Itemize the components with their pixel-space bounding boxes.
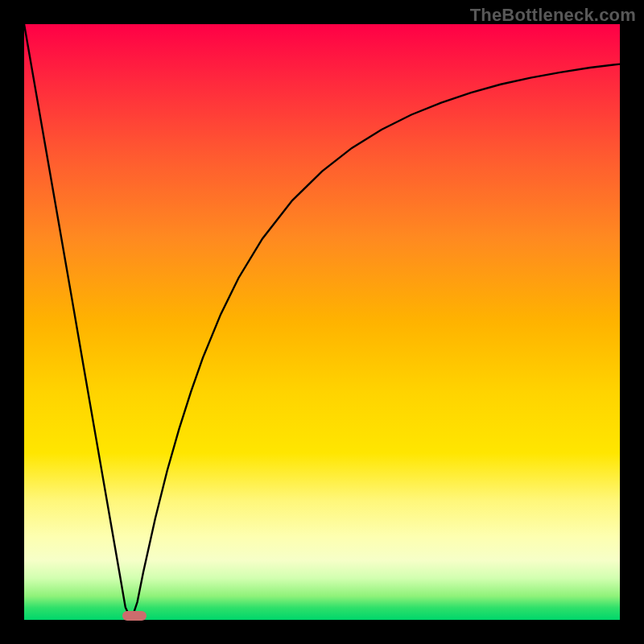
curve-path — [24, 24, 620, 620]
chart-frame: TheBottleneck.com — [0, 0, 644, 644]
plot-area — [24, 24, 620, 620]
bottleneck-curve — [24, 24, 620, 620]
watermark-text: TheBottleneck.com — [470, 5, 636, 26]
optimal-range-marker — [122, 611, 147, 621]
